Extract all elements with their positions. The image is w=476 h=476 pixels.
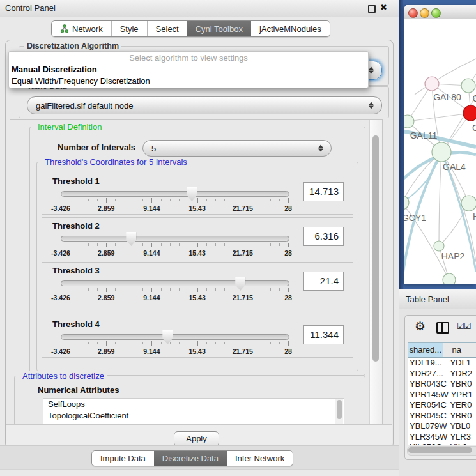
threshold-value-field[interactable]: 11.344 (303, 325, 344, 344)
cell-shared[interactable]: YDR27... (408, 369, 447, 380)
tick-mark (188, 288, 188, 291)
panel-scrollbar[interactable] (369, 120, 382, 424)
float-window-icon[interactable] (368, 5, 376, 13)
node-right-mid[interactable] (461, 196, 476, 211)
minimize-traffic-light-icon[interactable] (420, 8, 429, 18)
threshold-slider[interactable]: -3.4262.8599.14415.4321.71528 (61, 277, 288, 302)
table-row[interactable]: YBR045CYBR0 (408, 411, 476, 422)
cell-shared[interactable]: YLR345W (408, 432, 447, 443)
node-top-right[interactable] (461, 79, 475, 93)
slider-ticks (61, 198, 288, 203)
list-item[interactable]: TopologicalCoefficient (43, 410, 344, 422)
tick-mark (115, 342, 116, 344)
cell-name[interactable]: YBL0 (447, 421, 476, 432)
tab-impute-data[interactable]: Impute Data (92, 451, 154, 466)
tick-mark (252, 199, 252, 201)
tab-network[interactable]: Network (52, 21, 111, 36)
cell-name[interactable]: YER0 (447, 400, 476, 411)
popup-item-equal-width-frequency[interactable]: Equal Width/Frequency Discretization (9, 75, 368, 87)
cell-shared[interactable]: YDL19... (408, 358, 447, 369)
checkbox-icons[interactable]: ☑☑ (457, 321, 470, 331)
table-row[interactable]: YBL079WYBL0 (408, 421, 476, 432)
list-scrollbar[interactable] (335, 399, 343, 425)
network-view-window[interactable]: GAL80GCGAL11GAL4GCY1HHAP2 (404, 5, 476, 284)
threshold-value-field[interactable]: 14.713 (303, 182, 344, 201)
tick-mark (134, 199, 134, 201)
cell-shared[interactable]: YBR045C (408, 411, 447, 422)
list-item[interactable]: SelfLoops (43, 399, 344, 410)
node-gal80[interactable] (425, 77, 439, 91)
slider-track[interactable] (61, 191, 289, 197)
tab-style[interactable]: Style (111, 21, 147, 36)
tab-discretize-data[interactable]: Discretize Data (154, 451, 227, 466)
cell-name[interactable]: YIL0 (447, 442, 476, 445)
cell-name[interactable]: YLR3 (447, 432, 476, 443)
node-selected-red[interactable] (463, 105, 476, 121)
slider-tick-labels: -3.4262.8599.14415.4321.71528 (61, 204, 288, 212)
column-header-name[interactable]: na (443, 343, 476, 357)
node-gal11[interactable] (404, 115, 414, 128)
slider-track[interactable] (61, 334, 289, 340)
cell-name[interactable]: YDL1 (447, 358, 476, 369)
threshold-panel-2: Threshold 2 -3.4262.8599.14415.4321.7152… (42, 217, 353, 259)
tab-infer-network[interactable]: Infer Network (227, 451, 293, 466)
cell-shared[interactable]: YBL079W (408, 421, 447, 432)
split-column-icon[interactable] (436, 322, 449, 334)
slider-track[interactable] (61, 236, 289, 242)
cell-name[interactable]: YDR2 (447, 369, 476, 380)
tick-mark (288, 341, 289, 346)
cell-name[interactable]: YPR1 (449, 390, 476, 401)
table-row[interactable]: YER054CYER0 (408, 400, 476, 411)
node-gal4[interactable] (432, 142, 451, 162)
threshold-slider[interactable]: -3.4262.8599.14415.4321.71528 (61, 232, 288, 257)
table-row[interactable]: YDR27...YDR2 (408, 369, 476, 380)
tick-label: 9.144 (143, 204, 160, 212)
column-header-shared-name[interactable]: shared... (408, 343, 443, 357)
tick-mark (170, 342, 171, 344)
table-data-combobox[interactable]: galFiltered.sif default node (27, 96, 382, 114)
tick-mark (288, 243, 289, 247)
tick-mark (288, 288, 289, 292)
table-row[interactable]: YPR145WYPR1 (408, 390, 476, 401)
apply-button[interactable]: Apply (174, 431, 219, 447)
scrollbar-thumb[interactable] (372, 135, 379, 362)
tab-impute-label: Impute Data (100, 454, 146, 463)
popup-item-manual-discretization[interactable]: Manual Discretization (9, 64, 368, 75)
cell-name[interactable]: YBR0 (447, 379, 476, 390)
table-row[interactable]: YLR345WYLR3 (408, 432, 476, 443)
cell-shared[interactable]: YIL052C (408, 442, 447, 445)
threshold-slider[interactable]: -3.4262.8599.14415.4321.71528 (61, 187, 288, 213)
number-of-intervals-combobox[interactable]: 5 (142, 140, 332, 157)
zoom-traffic-light-icon[interactable] (431, 8, 441, 18)
threshold-value-field[interactable]: 21.4 (303, 272, 344, 291)
numerical-attributes-list[interactable]: SelfLoops TopologicalCoefficient Between… (43, 398, 344, 425)
tab-select[interactable]: Select (147, 21, 187, 36)
table-row[interactable]: YDL19...YDL1 (408, 358, 476, 369)
node-hap2[interactable] (434, 241, 444, 251)
scrollbar-thumb[interactable] (408, 447, 472, 453)
tab-cyni-toolbox[interactable]: Cyni Toolbox (187, 21, 251, 36)
tick-label: -3.426 (51, 348, 70, 355)
footer-bar: Apply (6, 424, 392, 448)
cell-shared[interactable]: YER054C (408, 400, 447, 411)
threshold-value-field[interactable]: 6.316 (303, 227, 344, 246)
tick-mark (106, 341, 107, 346)
close-traffic-light-icon[interactable] (408, 8, 418, 18)
network-canvas[interactable]: GAL80GCGAL11GAL4GCY1HHAP2 (404, 19, 476, 284)
cell-shared[interactable]: YBR043C (408, 379, 447, 390)
cell-shared[interactable]: YPR145W (408, 390, 449, 401)
slider-track[interactable] (61, 280, 289, 286)
table-row[interactable]: YBR043CYBR0 (408, 379, 476, 390)
table-row[interactable]: YIL052CYIL0 (408, 442, 476, 445)
cell-name[interactable]: YBR0 (447, 411, 476, 422)
gear-icon[interactable]: ⚙ (415, 320, 426, 333)
tick-mark (224, 243, 225, 246)
network-window-titlebar[interactable] (404, 5, 476, 20)
tick-mark (88, 199, 89, 201)
node-bottom[interactable] (443, 273, 456, 284)
tick-mark (134, 243, 134, 246)
threshold-slider[interactable]: -3.4262.8599.14415.4321.71528 (61, 330, 288, 356)
close-icon[interactable]: ✖ (380, 3, 387, 12)
tab-jactivemnodules[interactable]: jActiveMNodules (251, 21, 330, 36)
horizontal-scrollbar[interactable] (407, 446, 476, 456)
